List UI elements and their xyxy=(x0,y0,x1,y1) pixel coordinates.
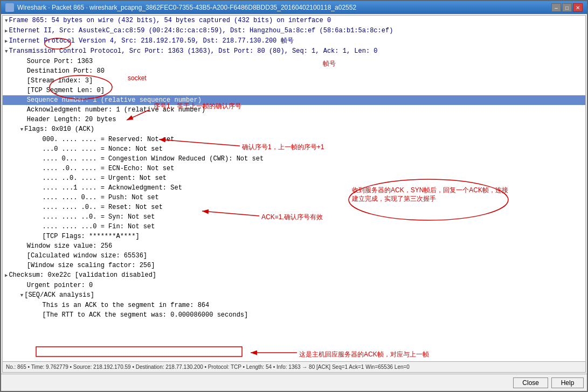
packet-line-rtt[interactable]: [The RTT to ACK the segment was: 0.00008… xyxy=(3,310,585,320)
packet-line-reserved[interactable]: 000. .... .... = Reserved: Not set xyxy=(3,135,585,144)
expand-arrow[interactable] xyxy=(20,125,23,133)
collapse-arrow[interactable] xyxy=(5,27,8,34)
title-controls: – □ ✕ xyxy=(551,3,583,12)
packet-line-seq_ack[interactable]: [SEQ/ACK analysis] xyxy=(3,290,585,300)
app-icon xyxy=(5,3,14,12)
line-text: Destination Port: 80 xyxy=(27,67,105,75)
line-text: Window size value: 256 xyxy=(27,242,112,250)
packet-line-ack_flag[interactable]: .... ...1 .... = Acknowledgment: Set xyxy=(3,183,585,193)
packet-line-hdr_len[interactable]: Header Length: 20 bytes xyxy=(3,115,585,124)
packet-detail-wrapper: Frame 865: 54 bytes on wire (432 bits), … xyxy=(3,16,585,361)
line-text: This is an ACK to the segment in frame: … xyxy=(43,302,210,309)
packet-line-tcp_flags[interactable]: [TCP Flags: *******A****] xyxy=(3,232,585,241)
line-text: .... ...1 .... = Acknowledgment: Set xyxy=(43,184,182,192)
line-text: Checksum: 0xe22c [validation disabled] xyxy=(9,271,156,279)
status-text: No.: 865 • Time: 9.762779 • Source: 218.… xyxy=(6,364,410,370)
close-window-button[interactable]: ✕ xyxy=(573,3,583,12)
line-text: Frame 865: 54 bytes on wire (432 bits), … xyxy=(9,17,331,24)
title-bar-left: Wireshark · Packet 865 · wireshark_pcapn… xyxy=(5,3,356,12)
packet-line-ack_to[interactable]: This is an ACK to the segment in frame: … xyxy=(3,300,585,310)
expand-arrow[interactable] xyxy=(5,47,8,55)
collapse-arrow[interactable] xyxy=(5,37,8,45)
packet-line-urgent[interactable]: .... ..0. .... = Urgent: Not set xyxy=(3,173,585,183)
line-text: [Window size scaling factor: 256] xyxy=(27,262,155,269)
window-title: Wireshark · Packet 865 · wireshark_pcapn… xyxy=(17,4,356,11)
line-text: Transmission Control Protocol, Src Port:… xyxy=(9,47,377,55)
packet-line-window_size[interactable]: Window size value: 256 xyxy=(3,241,585,251)
line-text: .... .... ..0. = Syn: Not set xyxy=(43,213,155,221)
wireshark-window: Wireshark · Packet 865 · wireshark_pcapn… xyxy=(0,0,588,392)
packet-line-tcp[interactable]: Transmission Control Protocol, Src Port:… xyxy=(3,46,585,57)
packet-line-stream_index[interactable]: [Stream index: 3] xyxy=(3,76,585,86)
line-text: [Stream index: 3] xyxy=(27,77,93,85)
line-text: [The RTT to ACK the segment was: 0.00008… xyxy=(43,311,248,319)
packet-line-reset[interactable]: .... .... .0.. = Reset: Not set xyxy=(3,202,585,212)
minimize-button[interactable]: – xyxy=(551,3,561,12)
line-text: [SEQ/ACK analysis] xyxy=(24,291,94,299)
line-text: Flags: 0x010 (ACK) xyxy=(24,125,94,133)
packet-line-fin[interactable]: .... .... ...0 = Fin: Not set xyxy=(3,222,585,232)
line-text: .... .... 0... = Push: Not set xyxy=(43,194,159,201)
packet-line-urgent_ptr[interactable]: Urgent pointer: 0 xyxy=(3,281,585,290)
line-text: .... .0.. .... = ECN-Echo: Not set xyxy=(43,165,175,172)
expand-arrow[interactable] xyxy=(5,17,8,24)
line-text: 000. .... .... = Reserved: Not set xyxy=(43,136,175,143)
line-text: .... .... ...0 = Fin: Not set xyxy=(43,223,155,230)
packet-line-window_scale[interactable]: [Window size scaling factor: 256] xyxy=(3,261,585,270)
main-content: Frame 865: 54 bytes on wire (432 bits), … xyxy=(2,15,586,373)
line-text: .... .... .0.. = Reset: Not set xyxy=(43,204,163,211)
line-text: Header Length: 20 bytes xyxy=(27,116,116,123)
packet-line-ipv4[interactable]: Internet Protocol Version 4, Src: 218.19… xyxy=(3,36,585,46)
line-text: [TCP Segment Len: 0] xyxy=(27,87,105,94)
expand-arrow[interactable] xyxy=(20,291,23,299)
packet-line-src_port[interactable]: Source Port: 1363 xyxy=(3,57,585,66)
packet-line-syn[interactable]: .... .... ..0. = Syn: Not set xyxy=(3,212,585,222)
line-text: Internet Protocol Version 4, Src: 218.19… xyxy=(9,37,293,45)
maximize-button[interactable]: □ xyxy=(562,3,572,12)
line-text: [Calculated window size: 65536] xyxy=(27,252,147,260)
line-text: .... ..0. .... = Urgent: Not set xyxy=(43,174,167,182)
title-bar: Wireshark · Packet 865 · wireshark_pcapn… xyxy=(1,1,587,14)
packet-line-ethernet[interactable]: Ethernet II, Src: AsustekC_ca:c8:59 (00:… xyxy=(3,26,585,36)
packet-line-tcp_seg_len[interactable]: [TCP Segment Len: 0] xyxy=(3,86,585,95)
packet-line-ecn[interactable]: .... .0.. .... = ECN-Echo: Not set xyxy=(3,164,585,173)
line-text: Source Port: 1363 xyxy=(27,58,93,65)
packet-line-cwr[interactable]: .... 0... .... = Congestion Window Reduc… xyxy=(3,154,585,164)
packet-line-seq_num[interactable]: Sequence number: 1 (relative sequence nu… xyxy=(3,95,585,105)
packet-lines: Frame 865: 54 bytes on wire (432 bits), … xyxy=(3,16,585,320)
packet-line-flags[interactable]: Flags: 0x010 (ACK) xyxy=(3,124,585,135)
packet-line-dst_port[interactable]: Destination Port: 80 xyxy=(3,66,585,76)
packet-line-checksum[interactable]: Checksum: 0xe22c [validation disabled] xyxy=(3,270,585,281)
line-text: Urgent pointer: 0 xyxy=(27,282,93,289)
line-text: .... 0... .... = Congestion Window Reduc… xyxy=(43,155,264,163)
packet-detail[interactable]: Frame 865: 54 bytes on wire (432 bits), … xyxy=(3,16,585,361)
packet-line-frame[interactable]: Frame 865: 54 bytes on wire (432 bits), … xyxy=(3,16,585,26)
packet-line-nonce[interactable]: ...0 .... .... = Nonce: Not set xyxy=(3,144,585,154)
help-button[interactable]: Help xyxy=(551,377,584,388)
packet-line-calc_window[interactable]: [Calculated window size: 65536] xyxy=(3,251,585,261)
packet-line-push[interactable]: .... .... 0... = Push: Not set xyxy=(3,193,585,202)
line-text: Sequence number: 1 (relative sequence nu… xyxy=(27,96,202,104)
line-text: Acknowledgment number: 1 (relative ack n… xyxy=(27,106,205,114)
status-bar: No.: 865 • Time: 9.762779 • Source: 218.… xyxy=(3,361,585,372)
packet-line-ack_num[interactable]: Acknowledgment number: 1 (relative ack n… xyxy=(3,105,585,115)
line-text: Ethernet II, Src: AsustekC_ca:c8:59 (00:… xyxy=(9,27,393,34)
line-text: [TCP Flags: *******A****] xyxy=(43,233,140,240)
collapse-arrow[interactable] xyxy=(5,271,8,279)
bottom-bar: Close Help xyxy=(1,374,587,391)
line-text: ...0 .... .... = Nonce: Not set xyxy=(43,145,163,153)
close-button[interactable]: Close xyxy=(513,377,548,388)
